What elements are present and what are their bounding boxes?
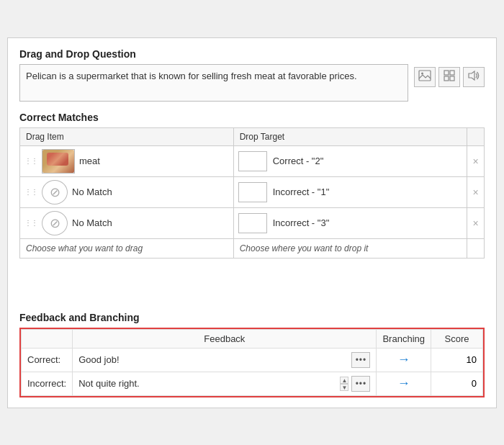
hint-drop: Choose where you want to drop it <box>233 238 467 258</box>
col-drag-header: Drag Item <box>20 127 234 145</box>
svg-rect-5 <box>450 76 454 81</box>
th-label <box>22 329 73 348</box>
remove-cell-3: × <box>467 207 485 238</box>
drag-handle-3[interactable]: ⋮⋮ <box>24 219 37 227</box>
drag-item-cell-2: ⋮⋮ ⊘ No Match <box>20 176 234 207</box>
incorrect-label: Incorrect: <box>22 372 73 395</box>
correct-score-value: 10 <box>467 354 477 365</box>
feedback-header-row: Feedback Branching Score <box>22 329 483 348</box>
incorrect-feedback-input[interactable] <box>78 378 348 389</box>
main-panel: Drag and Drop Question Pelican is a supe… <box>7 37 497 408</box>
drop-target-cell-2: Incorrect - "1" <box>233 176 467 207</box>
th-branching: Branching <box>377 329 431 348</box>
drop-box-3[interactable] <box>238 213 267 233</box>
correct-matches-title: Correct Matches <box>19 112 485 123</box>
drag-item-cell-1: ⋮⋮ meat <box>20 145 234 176</box>
table-row: ⋮⋮ ⊘ No Match Incorrect - "3" × <box>20 207 485 238</box>
remove-btn-3[interactable]: × <box>472 217 480 229</box>
svg-marker-6 <box>469 71 474 80</box>
drop-label-2: Incorrect - "1" <box>273 186 330 197</box>
feedback-table-wrapper: Feedback Branching Score Correct: ••• <box>19 328 485 397</box>
incorrect-score-value: 0 <box>472 378 477 389</box>
question-title: Drag and Drop Question <box>19 48 485 60</box>
th-feedback: Feedback <box>73 329 377 348</box>
feedback-table: Feedback Branching Score Correct: ••• <box>21 329 483 396</box>
col-remove-header <box>467 127 485 145</box>
meat-image <box>42 150 74 173</box>
feedback-incorrect-row: Incorrect: ▲ ▼ ••• <box>22 372 483 395</box>
drag-item-cell-3: ⋮⋮ ⊘ No Match <box>20 207 234 238</box>
incorrect-score-cell: 0 <box>431 372 483 395</box>
correct-branching-arrow[interactable]: → <box>382 352 425 367</box>
th-score: Score <box>431 329 483 348</box>
drop-label-3: Incorrect - "3" <box>273 217 330 228</box>
audio-icon-btn[interactable] <box>463 67 485 87</box>
hint-drag: Choose what you want to drag <box>20 238 234 258</box>
question-icon-group <box>414 64 485 87</box>
incorrect-branching-arrow[interactable]: → <box>382 376 425 391</box>
image-icon <box>418 70 431 84</box>
feedback-section: Feedback and Branching Feedback Branchin… <box>19 312 485 397</box>
question-section: Drag and Drop Question Pelican is a supe… <box>19 48 485 102</box>
spin-up[interactable]: ▲ <box>340 377 348 384</box>
drop-target-cell-3: Incorrect - "3" <box>233 207 467 238</box>
svg-rect-0 <box>419 71 431 81</box>
remove-cell-1: × <box>467 145 485 176</box>
col-drop-header: Drop Target <box>233 127 467 145</box>
grid-icon-btn[interactable] <box>438 67 460 87</box>
no-match-icon-2: ⊘ <box>42 180 68 204</box>
drop-target-cell-1: Correct - "2" <box>233 145 467 176</box>
svg-rect-4 <box>444 76 449 81</box>
drag-label-1: meat <box>79 156 100 166</box>
hint-row: Choose what you want to drag Choose wher… <box>20 238 485 258</box>
table-row: ⋮⋮ meat Correct - "2" <box>20 145 485 176</box>
grid-icon <box>444 70 455 84</box>
correct-label: Correct: <box>22 348 73 372</box>
hint-remove <box>467 238 485 258</box>
incorrect-dots-btn[interactable]: ••• <box>351 376 370 392</box>
correct-dots-btn[interactable]: ••• <box>351 352 370 368</box>
feedback-correct-row: Correct: ••• → 10 <box>22 348 483 372</box>
svg-rect-3 <box>450 71 454 75</box>
matches-table: Drag Item Drop Target ⋮⋮ meat <box>19 127 485 259</box>
drop-box-1[interactable] <box>238 151 267 171</box>
image-icon-btn[interactable] <box>414 67 436 87</box>
incorrect-branching-cell: → <box>377 372 431 395</box>
correct-branching-cell: → <box>377 348 431 372</box>
svg-point-1 <box>421 73 423 75</box>
remove-cell-2: × <box>467 176 485 207</box>
feedback-title: Feedback and Branching <box>19 312 485 323</box>
drop-label-1: Correct - "2" <box>273 156 324 166</box>
incorrect-feedback-cell: ▲ ▼ ••• <box>73 372 377 395</box>
drag-handle-2[interactable]: ⋮⋮ <box>24 188 37 196</box>
remove-btn-1[interactable]: × <box>472 156 480 167</box>
drag-label-3: No Match <box>72 217 112 228</box>
drag-handle-1[interactable]: ⋮⋮ <box>24 157 37 165</box>
empty-space <box>19 259 485 302</box>
correct-matches-section: Correct Matches Drag Item Drop Target ⋮⋮ <box>19 112 485 302</box>
drag-label-2: No Match <box>72 186 112 197</box>
table-row: ⋮⋮ ⊘ No Match Incorrect - "1" × <box>20 176 485 207</box>
remove-btn-2[interactable]: × <box>472 186 480 198</box>
correct-feedback-input[interactable] <box>78 354 348 365</box>
meat-thumbnail <box>42 149 75 174</box>
svg-rect-2 <box>444 71 449 75</box>
no-match-icon-3: ⊘ <box>42 211 68 235</box>
question-text: Pelican is a supermarket that is known f… <box>19 64 408 102</box>
audio-icon <box>467 70 480 84</box>
spin-down[interactable]: ▼ <box>340 384 348 391</box>
drop-box-2[interactable] <box>238 182 267 202</box>
correct-feedback-cell: ••• <box>73 348 377 372</box>
question-area: Pelican is a supermarket that is known f… <box>19 64 485 102</box>
correct-score-cell: 10 <box>431 348 483 372</box>
